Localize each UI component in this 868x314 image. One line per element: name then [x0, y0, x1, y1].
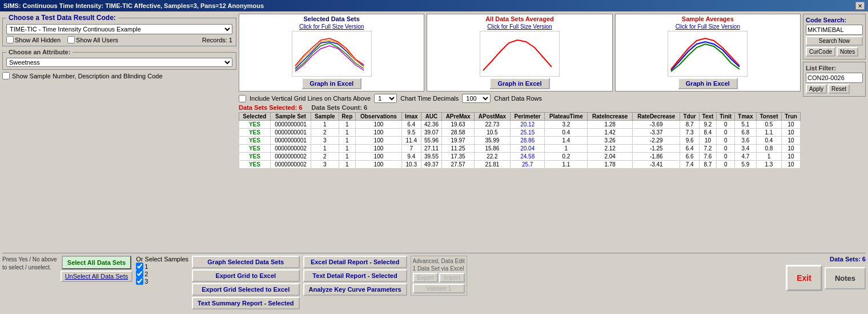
vertical-grid-checkbox[interactable]	[239, 95, 246, 102]
chart2-subtitle[interactable]: Click for Full Size Version	[487, 23, 552, 30]
import-adv-button[interactable]: Import	[439, 273, 464, 283]
table-cell: 10	[782, 161, 801, 169]
chart1-area[interactable]	[292, 31, 372, 77]
code-select[interactable]: TIME-TIC - Time Intensity Continuous Exa…	[6, 24, 232, 34]
table-header-auc: AUC	[421, 113, 441, 121]
search-now-button[interactable]: Search Now	[806, 36, 863, 46]
table-cell: 100	[356, 161, 402, 169]
export-adv-button[interactable]: Export	[413, 273, 439, 283]
table-cell: 1	[339, 121, 355, 129]
chart-box-2: All Data Sets Averaged Click for Full Si…	[427, 14, 612, 92]
table-row[interactable]: YES0000000002211009.439.5517.3522.224.58…	[239, 153, 801, 161]
or-select-label: Or Select Samples	[136, 256, 188, 263]
table-cell: 6.4	[401, 121, 421, 129]
excel-detail-button[interactable]: Excel Detail Report - Selected	[303, 256, 407, 268]
chart3-excel-btn[interactable]: Graph in Excel	[678, 78, 738, 89]
code-search-input[interactable]	[806, 25, 863, 35]
show-all-hidden-label[interactable]: Show All Hidden	[6, 36, 61, 43]
show-all-users-label[interactable]: Show All Users	[67, 36, 118, 43]
table-row[interactable]: YES000000000211100727.1111.2515.8620.041…	[239, 145, 801, 153]
table-header-imax: Imax	[401, 113, 421, 121]
table-cell: 0000000002	[270, 153, 311, 161]
select-all-button[interactable]: Select All Data Sets	[62, 256, 131, 269]
table-header-text: Text	[699, 113, 717, 121]
chart-box-3: Sample Averages Click for Full Size Vers…	[615, 14, 801, 92]
attr-select[interactable]: Sweetness	[6, 58, 232, 67]
grid-options-row: Include Vertical Grid Lines on Charts Ab…	[239, 93, 801, 104]
table-cell: 20.12	[510, 121, 545, 129]
analyze-key-button[interactable]: Analyze Key Curve Parameters	[303, 283, 407, 296]
decimals-dropdown[interactable]: 100	[462, 94, 491, 103]
records-label: Records: 1	[202, 37, 232, 43]
table-cell: 7	[401, 145, 421, 153]
time-dropdown[interactable]: 1	[374, 94, 397, 103]
table-cell: 0	[717, 161, 735, 169]
chart3-title[interactable]: Sample Averages	[681, 14, 735, 23]
chart3-subtitle[interactable]: Click for Full Size Version	[676, 23, 740, 30]
table-cell: YES	[239, 121, 271, 129]
table-cell: -3.69	[633, 121, 680, 129]
chart1-subtitle[interactable]: Click for Full Size Version	[299, 23, 364, 30]
chart3-area[interactable]	[668, 31, 748, 77]
apply-button[interactable]: Apply	[806, 84, 827, 94]
validate-button[interactable]: Validate 1	[413, 284, 465, 293]
notes-large-button[interactable]: Notes	[825, 267, 866, 289]
table-row[interactable]: YES0000000001211009.539.0728.5810.525.15…	[239, 129, 801, 137]
table-header-tmax: Tmax	[735, 113, 757, 121]
table-header-sample set: Sample Set	[270, 113, 311, 121]
export-grid-button[interactable]: Export Grid to Excel	[192, 269, 300, 282]
table-header-tdur: Tdur	[680, 113, 699, 121]
table-cell: -1.86	[633, 153, 680, 161]
exit-button[interactable]: Exit	[786, 265, 822, 291]
table-cell: 5.9	[735, 161, 757, 169]
table-cell: 27.57	[442, 161, 475, 169]
unselect-all-button[interactable]: UnSelect All Data Sets	[61, 271, 133, 282]
show-all-users-checkbox[interactable]	[67, 36, 75, 43]
table-cell: 3.2	[545, 121, 588, 129]
table-cell: 0000000002	[270, 161, 311, 169]
chart1-title[interactable]: Selected Data Sets	[302, 14, 360, 23]
table-row[interactable]: YES00000000023110010.349.3727.5721.8125.…	[239, 161, 801, 169]
table-cell: 1.78	[588, 161, 633, 169]
table-header-tinit: Tinit	[717, 113, 735, 121]
table-cell: -3.41	[633, 161, 680, 169]
table-row[interactable]: YES00000000013110011.455.9619.9735.9928.…	[239, 137, 801, 145]
show-sample-row: Show Sample Number, Description and Blin…	[2, 72, 236, 80]
table-cell: 1.1	[756, 129, 781, 137]
table-cell: 3	[311, 137, 339, 145]
data-table: SelectedSample SetSampleRepObservationsI…	[239, 112, 801, 169]
table-cell: 9.5	[401, 129, 421, 137]
table-cell: YES	[239, 161, 271, 169]
datasets-count: Data Sets: 6	[830, 256, 866, 263]
datasets-header-row: Data Sets Selected: 6 Data Sets Count: 6	[239, 104, 801, 111]
chart2-excel-btn[interactable]: Graph in Excel	[489, 78, 549, 89]
reset-button[interactable]: Reset	[828, 84, 850, 94]
table-cell: 3	[311, 161, 339, 169]
export-grid-selected-button[interactable]: Export Grid Selected to Excel	[192, 283, 300, 296]
chart2-area[interactable]	[480, 31, 560, 77]
graph-selected-button[interactable]: Graph Selected Data Sets	[192, 256, 300, 268]
chart2-title[interactable]: All Data Sets Averaged	[484, 14, 555, 23]
text-summary-button[interactable]: Text Summary Report - Selected	[192, 297, 300, 309]
title-text: SIMS: Continuous Time Intensity: TIME-TI…	[3, 2, 264, 9]
table-cell: 10	[782, 121, 801, 129]
notes-small-button[interactable]: Notes	[837, 47, 858, 57]
text-detail-button[interactable]: Text Detail Report - Selected	[303, 269, 407, 282]
list-filter-input[interactable]	[806, 73, 863, 83]
chart1-excel-btn[interactable]: Graph in Excel	[302, 78, 361, 89]
sample-3-checkbox[interactable]	[136, 277, 143, 285]
table-cell: 1.28	[588, 121, 633, 129]
show-sample-checkbox[interactable]	[2, 72, 10, 80]
sample-1-checkbox[interactable]	[136, 263, 143, 270]
table-cell: 0000000002	[270, 145, 311, 153]
table-row[interactable]: YES0000000001111006.442.3619.6322.7320.1…	[239, 121, 801, 129]
table-cell: -1.25	[633, 145, 680, 153]
choose-attr-label: Choose an Attribute:	[6, 49, 73, 55]
sample-2-checkbox[interactable]	[136, 270, 143, 277]
show-all-hidden-checkbox[interactable]	[6, 36, 14, 43]
advanced-sub: 1 Data Set via Excel	[413, 265, 465, 272]
cur-code-button[interactable]: CurCode	[806, 47, 835, 57]
table-cell: 100	[356, 145, 402, 153]
table-cell: 25.7	[510, 161, 545, 169]
close-button[interactable]: ✕	[855, 2, 865, 10]
